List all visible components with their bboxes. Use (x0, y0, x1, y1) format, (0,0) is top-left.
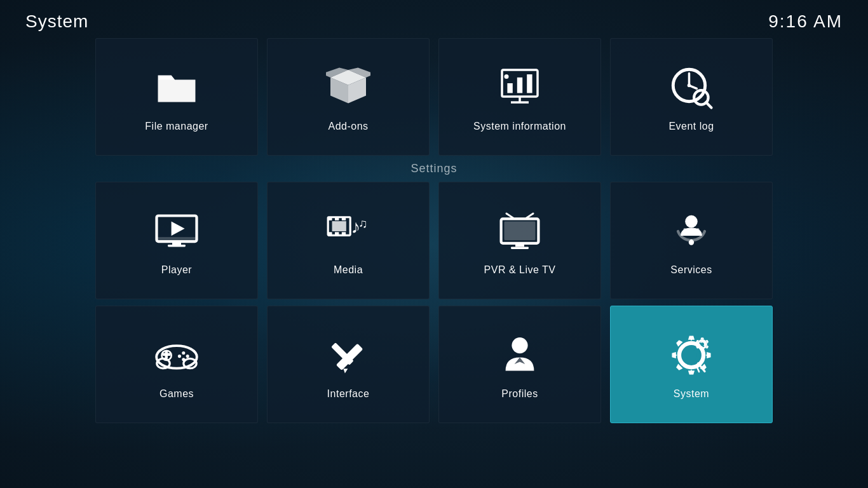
svg-point-54 (512, 337, 527, 353)
tile-label-player: Player (161, 264, 192, 276)
svg-rect-21 (168, 245, 186, 247)
chart-icon (494, 62, 545, 113)
tile-label-add-ons: Add-ons (328, 121, 368, 132)
svg-point-40 (689, 240, 694, 245)
svg-rect-25 (335, 217, 339, 220)
svg-rect-26 (342, 217, 346, 220)
tile-label-profiles: Profiles (501, 388, 538, 400)
top-row: File manager Add-ons (76, 38, 792, 156)
svg-rect-27 (328, 232, 332, 235)
tile-games[interactable]: Games (95, 306, 258, 423)
svg-line-15 (689, 85, 697, 88)
wifi-icon (666, 206, 717, 257)
tools-icon (323, 330, 374, 381)
tile-label-event-log: Event log (668, 121, 714, 132)
tile-label-media: Media (334, 264, 363, 276)
tile-event-log[interactable]: Event log (610, 38, 773, 156)
settings-row-1: Player ♪ ♫ (76, 182, 792, 299)
gear-icon (666, 330, 717, 381)
tile-pvr-live-tv[interactable]: PVR & Live TV (438, 182, 601, 299)
tile-system-information[interactable]: System information (438, 38, 601, 156)
settings-row-2: Games Interface (76, 306, 792, 423)
svg-point-58 (700, 342, 704, 346)
svg-line-33 (506, 214, 513, 218)
settings-section-label: Settings (76, 162, 792, 175)
svg-rect-30 (332, 221, 346, 231)
clock-search-icon (666, 62, 717, 113)
tv-icon (494, 206, 545, 257)
tile-label-file-manager: File manager (145, 121, 208, 132)
svg-rect-38 (511, 247, 529, 249)
tile-label-system: System (674, 388, 709, 400)
tile-player[interactable]: Player (95, 182, 258, 299)
svg-point-45 (182, 351, 185, 354)
tile-label-services: Services (670, 264, 712, 276)
svg-rect-36 (505, 221, 536, 240)
svg-rect-28 (335, 232, 339, 235)
svg-rect-7 (517, 77, 522, 92)
svg-marker-19 (172, 221, 185, 235)
box-icon (323, 62, 374, 113)
svg-rect-29 (342, 232, 346, 235)
svg-line-17 (706, 102, 711, 107)
tile-label-system-info: System information (473, 121, 566, 132)
svg-rect-37 (515, 243, 524, 247)
tile-label-interface: Interface (327, 388, 370, 400)
tile-file-manager[interactable]: File manager (95, 38, 258, 156)
tile-profiles[interactable]: Profiles (438, 306, 601, 423)
tile-add-ons[interactable]: Add-ons (267, 38, 430, 156)
page-title: System (25, 11, 88, 32)
svg-point-47 (178, 355, 181, 358)
media-icon: ♪ ♫ (323, 206, 374, 257)
svg-point-11 (505, 74, 509, 79)
svg-rect-6 (507, 83, 512, 93)
svg-text:♫: ♫ (358, 216, 367, 229)
clock: 9:16 AM (768, 11, 843, 32)
svg-point-46 (186, 355, 189, 358)
svg-point-56 (686, 349, 697, 361)
tile-media[interactable]: ♪ ♫ Media (267, 182, 430, 299)
svg-rect-24 (328, 217, 332, 220)
tile-system[interactable]: System (610, 306, 773, 423)
svg-point-39 (685, 215, 698, 227)
tile-services[interactable]: Services (610, 182, 773, 299)
header: System 9:16 AM (0, 0, 868, 38)
svg-rect-44 (165, 350, 168, 358)
svg-rect-8 (527, 74, 532, 93)
folder-icon (151, 62, 202, 113)
svg-line-34 (527, 214, 534, 218)
svg-rect-20 (172, 241, 181, 245)
content: File manager Add-ons (0, 38, 868, 423)
tile-label-pvr: PVR & Live TV (484, 264, 556, 276)
person-icon (494, 330, 545, 381)
svg-rect-22 (157, 237, 197, 241)
tile-label-games: Games (159, 388, 194, 400)
player-icon (151, 206, 202, 257)
gamepad-icon (151, 330, 202, 381)
tile-interface[interactable]: Interface (267, 306, 430, 423)
